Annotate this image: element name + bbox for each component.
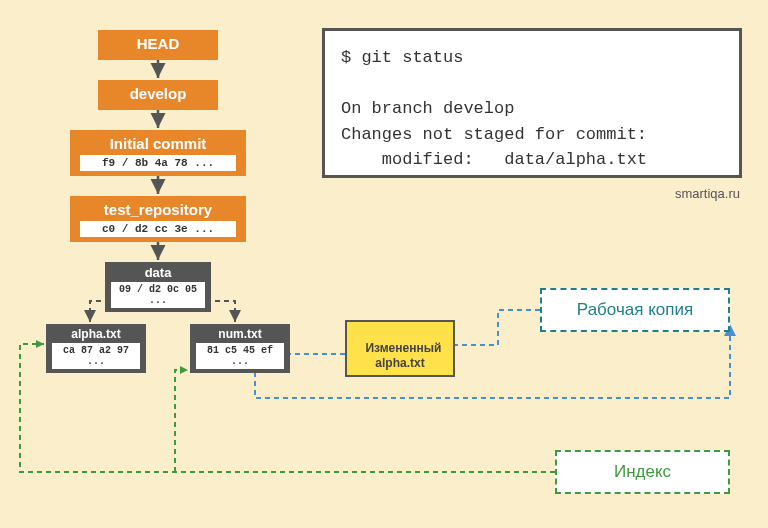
- terminal-line1: On branch develop: [341, 99, 514, 118]
- terminal-line3: modified: data/alpha.txt: [341, 150, 647, 169]
- node-repo: test_repository c0 / d2 cc 3e ...: [70, 196, 246, 242]
- terminal-cmd: $ git status: [341, 48, 463, 67]
- terminal-line2: Changes not staged for commit:: [341, 125, 647, 144]
- node-modified-alpha: Измененный alpha.txt: [345, 320, 455, 377]
- node-data-hash: 09 / d2 0c 05 ...: [111, 282, 205, 308]
- label-index: Индекс: [555, 450, 730, 494]
- node-develop-title: develop: [98, 80, 218, 105]
- node-head-title: HEAD: [98, 30, 218, 55]
- node-num: num.txt 81 c5 45 ef ...: [190, 324, 290, 373]
- node-head: HEAD: [98, 30, 218, 60]
- node-repo-title: test_repository: [70, 196, 246, 221]
- node-initial-commit-title: Initial commit: [70, 130, 246, 155]
- node-num-hash: 81 c5 45 ef ...: [196, 343, 284, 369]
- node-alpha-hash: ca 87 a2 97 ...: [52, 343, 140, 369]
- label-working-copy-text: Рабочая копия: [577, 300, 693, 320]
- node-data-title: data: [105, 262, 211, 282]
- label-working-copy: Рабочая копия: [540, 288, 730, 332]
- svg-marker-5: [180, 366, 188, 374]
- node-alpha-title: alpha.txt: [46, 324, 146, 343]
- node-develop: develop: [98, 80, 218, 110]
- node-initial-commit-hash: f9 / 8b 4a 78 ...: [80, 155, 236, 171]
- node-data: data 09 / d2 0c 05 ...: [105, 262, 211, 312]
- node-num-title: num.txt: [190, 324, 290, 343]
- label-index-text: Индекс: [614, 462, 671, 482]
- node-alpha: alpha.txt ca 87 a2 97 ...: [46, 324, 146, 373]
- node-modified-alpha-title: Измененный alpha.txt: [365, 341, 441, 370]
- node-initial-commit: Initial commit f9 / 8b 4a 78 ...: [70, 130, 246, 176]
- terminal: $ git status On branch develop Changes n…: [322, 28, 742, 178]
- watermark: smartiqa.ru: [675, 186, 740, 201]
- svg-marker-4: [36, 340, 44, 348]
- node-repo-hash: c0 / d2 cc 3e ...: [80, 221, 236, 237]
